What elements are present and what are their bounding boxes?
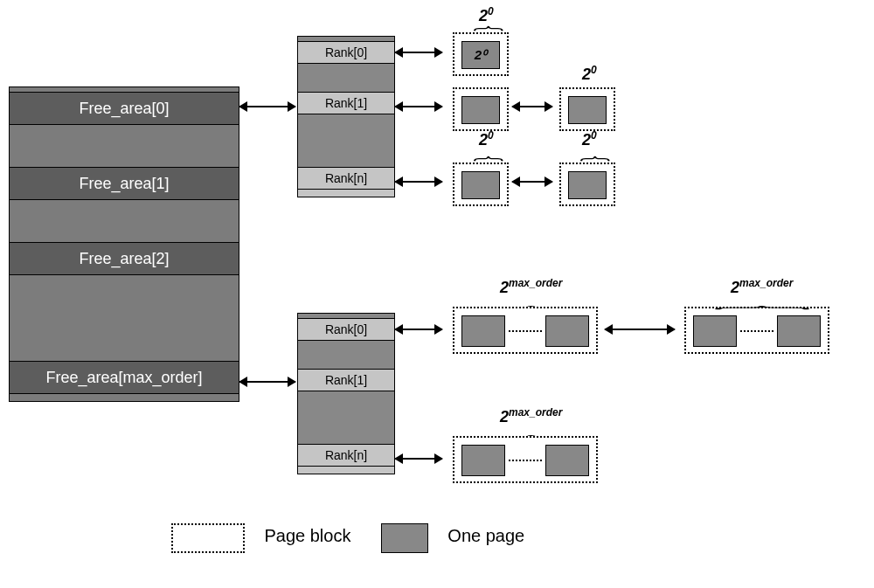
free-area-0: Free_area[0] <box>10 92 239 125</box>
table-gap <box>10 125 239 167</box>
rank-table-top: Rank[0] Rank[1] Rank[n] <box>297 36 395 197</box>
one-page <box>461 445 505 476</box>
brace-icon: ⏞ <box>715 311 809 317</box>
one-page-with-label: 2⁰ <box>461 41 500 69</box>
table-gap <box>298 114 394 167</box>
rank-n: Rank[n] <box>298 167 394 190</box>
double-arrow-icon <box>395 52 442 53</box>
dots-connector <box>509 330 542 333</box>
free-area-maxorder: Free_area[max_order] <box>10 361 239 394</box>
table-gap <box>10 200 239 242</box>
brace-icon: ⏞ <box>474 163 503 172</box>
one-page <box>461 96 500 124</box>
power-label: 2max_order <box>500 277 562 297</box>
power-label: 20 <box>479 5 494 25</box>
legend-page-block-label: Page block <box>264 526 350 545</box>
table-gap <box>298 391 394 444</box>
double-arrow-icon <box>239 381 295 383</box>
double-arrow-icon <box>395 329 442 330</box>
free-area-table: Free_area[0] Free_area[1] Free_area[2] F… <box>9 86 239 402</box>
power-label: 20 <box>582 64 597 84</box>
double-arrow-icon <box>395 181 442 183</box>
free-area-2: Free_area[2] <box>10 242 239 275</box>
rank-n: Rank[n] <box>298 444 394 467</box>
page-block <box>453 87 509 131</box>
brace-icon: ⏞ <box>580 163 610 172</box>
page-block <box>453 436 598 483</box>
double-arrow-icon <box>395 106 442 107</box>
page-block <box>453 307 598 354</box>
power-label: 2max_order <box>500 406 562 426</box>
one-page <box>568 96 607 124</box>
one-page <box>545 445 589 476</box>
power-label: 20 <box>582 129 597 149</box>
one-page <box>461 315 505 347</box>
legend-one-page-label: One page <box>447 526 524 545</box>
table-gap <box>298 341 394 369</box>
rank-1: Rank[1] <box>298 369 394 391</box>
power-label: 20 <box>479 129 494 149</box>
dots-connector <box>509 460 542 462</box>
double-arrow-icon <box>605 329 675 330</box>
free-area-1: Free_area[1] <box>10 167 239 200</box>
table-bottom-band <box>298 190 394 197</box>
legend-one-page-icon <box>381 523 428 553</box>
page-block <box>559 87 615 131</box>
rank-table-bottom: Rank[0] Rank[1] Rank[n] <box>297 313 395 474</box>
rank-1: Rank[1] <box>298 92 394 114</box>
rank-0: Rank[0] <box>298 41 394 64</box>
double-arrow-icon <box>239 106 295 107</box>
legend-page-block-icon <box>171 523 245 553</box>
table-gap <box>298 64 394 92</box>
table-gap <box>10 275 239 361</box>
dots-connector <box>740 330 773 333</box>
rank-0: Rank[0] <box>298 318 394 341</box>
double-arrow-icon <box>395 458 442 460</box>
power-label: 2max_order <box>731 277 793 297</box>
page-block: 2⁰ <box>453 32 509 76</box>
legend: Page block One page <box>171 523 524 553</box>
table-bottom-band <box>298 467 394 474</box>
table-bottom-band <box>10 394 239 401</box>
double-arrow-icon <box>512 181 552 183</box>
one-page <box>545 315 589 347</box>
double-arrow-icon <box>512 106 552 107</box>
